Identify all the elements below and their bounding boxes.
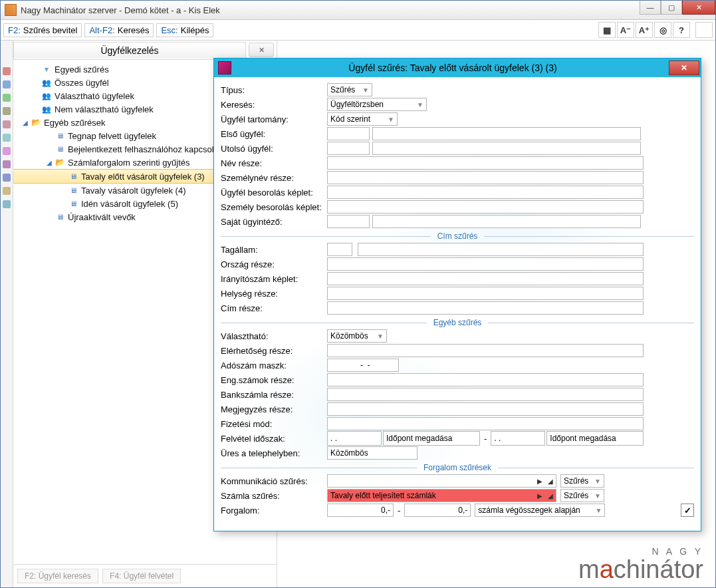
lookup-szamla[interactable]: Tavaly előtt teljesített számlák ▶◢ [327,489,556,502]
toolbar-font-smaller[interactable]: A⁻ [617,22,634,38]
section-forgalom: Forgalom szűrések [221,463,694,472]
input-sajat-kod[interactable] [327,215,370,228]
button-time-to[interactable]: Időpont megadása [546,431,644,446]
filter-dialog: Ügyfél szűrés: Tavaly előtt vásárolt ügy… [213,58,701,531]
strip-icon[interactable] [3,147,11,155]
select-komm-szures[interactable]: Szűrés▼ [560,474,604,488]
strip-icon[interactable] [3,174,11,182]
chevron-down-icon: ▼ [595,507,602,514]
input-elso-nev[interactable] [372,127,641,140]
label-utolso: Utolsó ügyfél: [221,144,327,154]
label-bank: Bankszámla része: [221,390,327,400]
input-utolso-nev[interactable] [372,142,641,155]
label-szamla: Számla szűrés: [221,491,327,501]
footer-f4-button[interactable]: F4: Ügyfél felvétel [102,569,181,583]
monitor-icon [68,198,78,209]
chevron-down-icon: ▼ [594,478,601,485]
label-orszag: Ország része: [221,259,327,269]
chevron-down-icon: ▼ [377,333,384,340]
input-cimr[interactable] [327,301,644,315]
input-helyseg[interactable] [327,287,644,300]
chevron-down-icon: ▼ [594,492,601,500]
label-valaszthato: Választható: [221,331,327,341]
label-nev: Név része: [221,158,327,168]
select-szamla-szures[interactable]: Szűrés▼ [560,489,604,502]
app-icon [5,4,17,16]
input-irsz[interactable] [327,272,644,285]
chevron-down-icon: ▼ [362,86,369,94]
input-elso-kod[interactable] [327,127,370,140]
input-adoszam[interactable] [327,359,399,372]
strip-icon[interactable] [3,120,11,128]
input-szbesorolas[interactable] [327,200,644,214]
select-tartomany[interactable]: Kód szerint▼ [327,112,398,126]
expand-icon[interactable]: ◢ [20,119,31,126]
input-elerhetoseg[interactable] [327,344,644,357]
input-forgalom-to[interactable] [404,504,471,517]
lookup-komm[interactable]: ▶◢ [327,474,556,488]
strip-icon[interactable] [3,200,11,208]
left-strip [1,41,13,587]
toolbar-help[interactable]: ? [673,22,690,38]
input-tagallam-nev[interactable] [358,243,644,256]
shortcut-f2[interactable]: F2: Szűrés bevitel [3,23,82,37]
label-felvetel: Felvétel időszak: [221,434,327,444]
label-forgalom: Forgalom: [221,506,327,515]
sidebar-tab-title[interactable]: Ügyfélkezelés [13,42,246,59]
input-utolso-kod[interactable] [327,142,370,155]
footer-f2-button[interactable]: F2: Ügyfél keresés [17,569,98,583]
confirm-check-button[interactable]: ✓ [681,504,694,517]
window-close-button[interactable]: ✕ [682,1,715,15]
button-time-from[interactable]: Időpont megadása [383,431,480,446]
people-icon [41,90,52,101]
input-forgalom-from[interactable] [327,504,394,517]
monitor-icon [68,171,78,182]
strip-icon[interactable] [3,187,11,195]
select-tipus[interactable]: Szűrés▼ [327,83,372,96]
section-egyeb: Egyéb szűrés [221,318,694,327]
input-szemelynev[interactable] [327,171,644,184]
input-ures[interactable] [327,446,418,460]
strip-icon[interactable] [3,94,11,102]
label-engszam: Eng.számok része: [221,375,327,385]
strip-icon[interactable] [3,160,11,168]
input-nev[interactable] [327,156,644,170]
strip-icon[interactable] [3,107,11,115]
input-orszag[interactable] [327,257,644,271]
strip-icon[interactable] [3,67,11,75]
window-title: Nagy Machinátor szerver - Demó kötet - a… [21,5,640,15]
funnel-icon [41,64,52,74]
input-fizmod[interactable] [327,417,644,430]
input-megj[interactable] [327,402,644,416]
input-tagallam-kod[interactable] [327,243,352,256]
triangle-right-icon: ▶ [535,478,545,485]
toolbar-grid-icon[interactable]: ▦ [598,22,616,38]
select-forgalom-base[interactable]: számla végösszegek alapján▼ [475,504,605,517]
input-bank[interactable] [327,388,644,401]
input-date-to[interactable]: . . [491,431,545,446]
toolbar-font-larger[interactable]: A⁺ [636,22,653,38]
input-sajat-nev[interactable] [372,215,641,228]
titlebar: Nagy Machinátor szerver - Demó kötet - a… [1,1,715,20]
input-engszam[interactable] [327,373,644,386]
monitor-icon [68,185,78,196]
sidebar-tab-close[interactable]: ✕ [249,43,274,57]
strip-icon[interactable] [3,134,11,142]
monitor-icon [55,130,65,141]
maximize-button[interactable]: ▢ [661,1,682,15]
dialog-close-button[interactable]: ✕ [669,61,699,75]
input-besorolas[interactable] [327,186,644,199]
toolbar-target-icon[interactable]: ◎ [654,22,671,38]
monitor-icon [55,144,65,154]
shortcut-esc[interactable]: Esc: Kilépés [156,23,213,37]
minimize-button[interactable]: — [640,1,661,15]
label-adoszam: Adószám maszk: [221,361,327,370]
select-valaszthato[interactable]: Közömbös▼ [327,329,387,343]
select-kereses[interactable]: Ügyféltörzsben▼ [327,98,427,111]
expand-icon[interactable]: ◢ [44,159,55,166]
toolbar-extra[interactable] [695,22,713,38]
input-date-from[interactable]: . . [327,431,382,446]
shortcut-alt-f2[interactable]: Alt-F2: Keresés [84,23,154,37]
cube-icon [218,61,231,74]
strip-icon[interactable] [3,80,11,88]
